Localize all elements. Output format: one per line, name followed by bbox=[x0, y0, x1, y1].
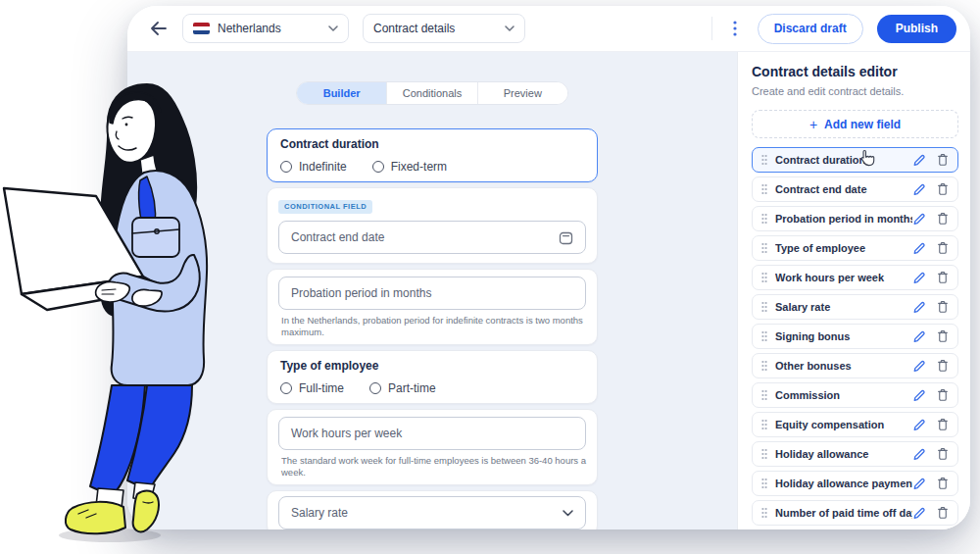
probation-period-placeholder: Probation period in months bbox=[291, 286, 431, 300]
field-item-holiday-allowance[interactable]: Holiday allowance bbox=[752, 441, 958, 467]
field-item-contract-duration[interactable]: Contract duration bbox=[752, 147, 958, 173]
delete-trash-icon[interactable] bbox=[937, 506, 949, 520]
drag-handle-icon[interactable] bbox=[761, 507, 767, 519]
edit-pencil-icon[interactable] bbox=[912, 329, 926, 343]
edit-pencil-icon[interactable] bbox=[912, 447, 926, 461]
field-item-commission[interactable]: Commission bbox=[752, 382, 958, 408]
edit-pencil-icon[interactable] bbox=[912, 388, 926, 402]
field-item-label: Commission bbox=[775, 389, 912, 401]
field-item-salary-rate[interactable]: Salary rate bbox=[752, 294, 958, 320]
radio-fixed-term[interactable]: Fixed-term bbox=[372, 160, 447, 174]
card-probation-period[interactable]: Probation period in months In the Nether… bbox=[267, 269, 598, 345]
drag-handle-icon[interactable] bbox=[761, 478, 767, 489]
drag-handle-icon[interactable] bbox=[761, 360, 767, 372]
delete-trash-icon[interactable] bbox=[937, 329, 949, 343]
publish-button[interactable]: Publish bbox=[877, 15, 956, 43]
field-item-equity-compensation[interactable]: Equity compensation bbox=[752, 412, 958, 437]
delete-trash-icon[interactable] bbox=[937, 447, 949, 461]
drag-handle-icon[interactable] bbox=[761, 183, 767, 195]
drag-handle-icon[interactable] bbox=[761, 389, 767, 401]
delete-trash-icon[interactable] bbox=[937, 271, 949, 284]
more-options-button[interactable] bbox=[726, 16, 744, 41]
delete-trash-icon[interactable] bbox=[937, 359, 949, 373]
tab-conditionals[interactable]: Conditionals bbox=[387, 82, 477, 104]
radio-part-time-label: Part-time bbox=[388, 381, 436, 395]
delete-trash-icon[interactable] bbox=[937, 300, 949, 314]
edit-pencil-icon[interactable] bbox=[912, 359, 926, 373]
edit-pencil-icon[interactable] bbox=[912, 153, 926, 167]
field-item-type-of-employee[interactable]: Type of employee bbox=[752, 235, 958, 261]
card-contract-duration[interactable]: Contract duration Indefinite Fixed-term bbox=[267, 128, 598, 182]
radio-circle-icon bbox=[369, 382, 381, 394]
back-button[interactable] bbox=[145, 16, 171, 41]
sidebar-title: Contract details editor bbox=[752, 64, 958, 80]
drag-handle-icon[interactable] bbox=[761, 330, 767, 342]
probation-period-input[interactable]: Probation period in months bbox=[278, 277, 586, 310]
calendar-icon[interactable] bbox=[559, 230, 573, 245]
window-body: Builder Conditionals Preview Contract du… bbox=[127, 52, 970, 529]
edit-pencil-icon[interactable] bbox=[912, 506, 926, 520]
field-item-label: Type of employee bbox=[775, 242, 912, 254]
delete-trash-icon[interactable] bbox=[937, 388, 949, 402]
edit-pencil-icon[interactable] bbox=[912, 271, 926, 284]
contract-duration-options: Indefinite Fixed-term bbox=[280, 160, 584, 174]
edit-pencil-icon[interactable] bbox=[912, 300, 926, 314]
drag-handle-icon[interactable] bbox=[761, 242, 767, 254]
card-salary-rate[interactable]: Salary rate bbox=[267, 490, 598, 529]
radio-indefinite-label: Indefinite bbox=[299, 160, 347, 174]
drag-handle-icon[interactable] bbox=[761, 301, 767, 313]
card-contract-end-date[interactable]: CONDITIONAL FIELD Contract end date bbox=[267, 187, 598, 264]
edit-pencil-icon[interactable] bbox=[912, 477, 926, 490]
edit-pencil-icon[interactable] bbox=[912, 182, 926, 196]
delete-trash-icon[interactable] bbox=[937, 241, 949, 255]
template-select[interactable]: Contract details bbox=[363, 14, 525, 43]
contract-end-date-input[interactable]: Contract end date bbox=[278, 221, 586, 254]
kebab-menu-icon bbox=[733, 21, 737, 36]
field-item-holiday-allowance-frequency[interactable]: Holiday allowance payment fre... bbox=[752, 471, 958, 496]
salary-rate-select[interactable]: Salary rate bbox=[278, 496, 586, 529]
delete-trash-icon[interactable] bbox=[937, 418, 949, 431]
field-item-label: Salary rate bbox=[775, 301, 912, 313]
field-item-label: Number of paid time off days bbox=[775, 507, 912, 519]
radio-circle-icon bbox=[280, 161, 292, 173]
field-item-label: Work hours per week bbox=[775, 272, 912, 283]
drag-handle-icon[interactable] bbox=[761, 213, 767, 225]
work-hours-input[interactable]: Work hours per week bbox=[278, 417, 586, 450]
drag-handle-icon[interactable] bbox=[761, 272, 767, 283]
radio-part-time[interactable]: Part-time bbox=[369, 381, 436, 395]
radio-indefinite[interactable]: Indefinite bbox=[280, 160, 347, 174]
delete-trash-icon[interactable] bbox=[937, 153, 949, 167]
field-item-work-hours[interactable]: Work hours per week bbox=[752, 265, 958, 290]
field-list: Contract duration Contract end date bbox=[752, 147, 958, 526]
radio-full-time-label: Full-time bbox=[299, 381, 344, 395]
delete-trash-icon[interactable] bbox=[937, 212, 949, 226]
add-new-field-button[interactable]: + Add new field bbox=[752, 110, 958, 138]
country-select[interactable]: Netherlands bbox=[182, 14, 349, 43]
discard-draft-button[interactable]: Discard draft bbox=[758, 14, 863, 44]
field-item-paid-time-off[interactable]: Number of paid time off days bbox=[752, 500, 958, 526]
edit-pencil-icon[interactable] bbox=[912, 241, 926, 255]
delete-trash-icon[interactable] bbox=[937, 477, 949, 490]
field-item-probation-period[interactable]: Probation period in months bbox=[752, 206, 958, 231]
field-item-signing-bonus[interactable]: Signing bonus bbox=[752, 324, 958, 349]
card-work-hours[interactable]: Work hours per week The standard work we… bbox=[267, 409, 598, 485]
tab-builder[interactable]: Builder bbox=[297, 82, 387, 104]
edit-pencil-icon[interactable] bbox=[912, 212, 926, 226]
plus-icon: + bbox=[809, 118, 817, 131]
field-item-other-bonuses[interactable]: Other bonuses bbox=[752, 353, 958, 378]
contract-end-date-placeholder: Contract end date bbox=[291, 230, 384, 244]
topbar: Netherlands Contract details Disca bbox=[127, 6, 970, 52]
delete-trash-icon[interactable] bbox=[937, 182, 949, 196]
card-type-of-employee[interactable]: Type of employee Full-time Part-time bbox=[267, 350, 598, 404]
edit-pencil-icon[interactable] bbox=[912, 418, 926, 431]
drag-handle-icon[interactable] bbox=[761, 154, 767, 166]
app-window: Netherlands Contract details Disca bbox=[127, 6, 970, 529]
field-item-contract-end-date[interactable]: Contract end date bbox=[752, 176, 958, 202]
type-of-employee-label: Type of employee bbox=[280, 359, 584, 374]
drag-handle-icon[interactable] bbox=[761, 419, 767, 430]
drag-handle-icon[interactable] bbox=[761, 448, 767, 460]
contract-editor-sidebar: Contract details editor Create and edit … bbox=[737, 52, 970, 529]
chevron-down-icon bbox=[328, 25, 338, 31]
tab-preview[interactable]: Preview bbox=[478, 82, 567, 104]
radio-full-time[interactable]: Full-time bbox=[280, 381, 344, 395]
